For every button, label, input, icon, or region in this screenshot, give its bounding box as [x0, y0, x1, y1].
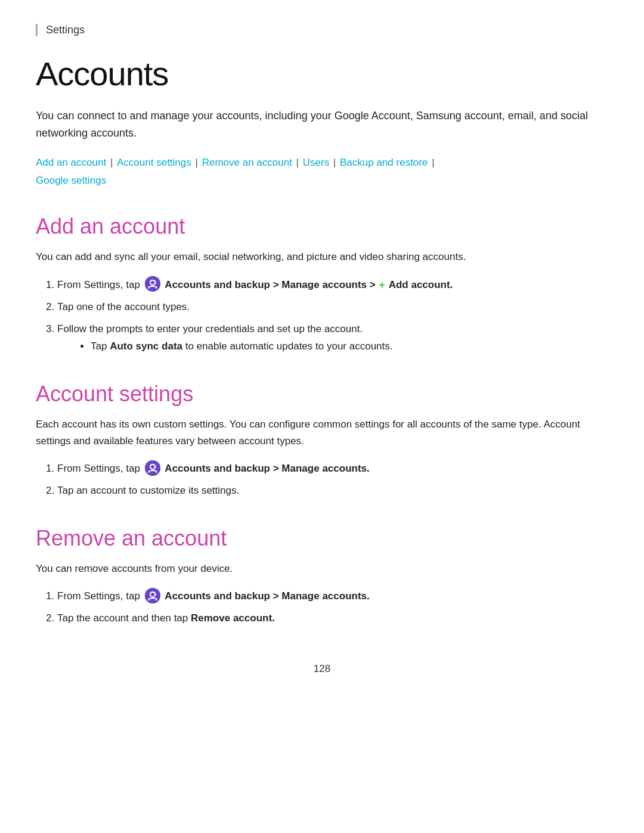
remove-step-2: Tap the account and then tap Remove acco…	[57, 610, 608, 627]
nav-link-users[interactable]: Users	[303, 157, 329, 168]
nav-link-account-settings[interactable]: Account settings	[117, 157, 191, 168]
nav-sep: |	[429, 157, 434, 168]
svg-point-0	[145, 276, 160, 292]
remove-account-steps: From Settings, tap Accounts and backup >…	[57, 588, 608, 627]
remove-account-bold: Remove account.	[191, 612, 275, 624]
add-account-section: Add an account You can add and sync all …	[36, 214, 608, 355]
accounts-backup-icon-2	[145, 460, 160, 476]
nav-link-remove-account[interactable]: Remove an account	[202, 157, 292, 168]
plus-icon: +	[379, 276, 385, 295]
svg-point-2	[145, 588, 160, 603]
step-3-bullets: Tap Auto sync data to enable automatic u…	[91, 338, 608, 355]
step-1: From Settings, tap Accounts and backup >…	[57, 276, 608, 295]
settings-breadcrumb: Settings	[36, 24, 608, 36]
add-account-desc: You can add and sync all your email, soc…	[36, 249, 608, 265]
nav-link-google[interactable]: Google settings	[36, 175, 106, 186]
nav-sep: |	[293, 157, 302, 168]
remove-account-desc: You can remove accounts from your device…	[36, 561, 608, 577]
nav-sep: |	[193, 157, 201, 168]
account-settings-title: Account settings	[36, 382, 608, 407]
bullet-autosync: Tap Auto sync data to enable automatic u…	[91, 338, 608, 355]
account-settings-desc: Each account has its own custom settings…	[36, 416, 608, 450]
remove-account-title: Remove an account	[36, 526, 608, 551]
nav-link-backup[interactable]: Backup and restore	[340, 157, 428, 168]
step-3: Follow the prompts to enter your credent…	[57, 321, 608, 355]
account-settings-steps: From Settings, tap Accounts and backup >…	[57, 460, 608, 500]
account-settings-section: Account settings Each account has its ow…	[36, 382, 608, 500]
add-account-title: Add an account	[36, 214, 608, 239]
acct-step1-bold: Accounts and backup > Manage accounts.	[165, 463, 369, 474]
accounts-backup-icon-3	[145, 588, 160, 603]
step1-bold1: Accounts and backup > Manage accounts >	[165, 279, 375, 290]
nav-link-add-account[interactable]: Add an account	[36, 157, 106, 168]
acct-step-2: Tap an account to customize its settings…	[57, 482, 608, 500]
step1-bold2: Add account.	[389, 279, 453, 290]
nav-sep: |	[107, 157, 116, 168]
accounts-backup-icon	[145, 276, 160, 292]
page-title: Accounts	[36, 54, 608, 93]
step-2: Tap one of the account types.	[57, 299, 608, 316]
remove-step1-bold: Accounts and backup > Manage accounts.	[165, 590, 369, 602]
svg-point-1	[145, 460, 160, 476]
add-account-steps: From Settings, tap Accounts and backup >…	[57, 276, 608, 355]
remove-step-1: From Settings, tap Accounts and backup >…	[57, 588, 608, 605]
remove-account-section: Remove an account You can remove account…	[36, 526, 608, 627]
nav-links: Add an account | Account settings | Remo…	[36, 154, 608, 190]
acct-step-1: From Settings, tap Accounts and backup >…	[57, 460, 608, 478]
autosync-bold: Auto sync data	[110, 340, 182, 352]
nav-sep: |	[330, 157, 339, 168]
intro-text: You can connect to and manage your accou…	[36, 107, 608, 142]
page-number: 128	[36, 663, 608, 675]
